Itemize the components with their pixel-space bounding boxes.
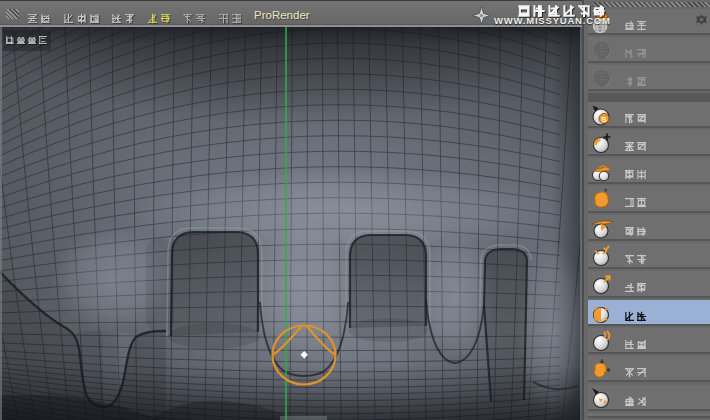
svg-text:S: S [601, 114, 607, 123]
